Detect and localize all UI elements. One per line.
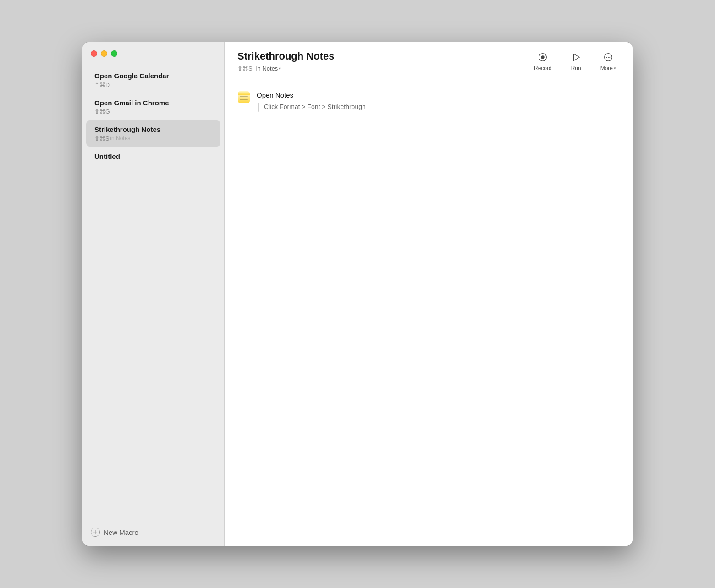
svg-point-1 <box>541 55 544 59</box>
maximize-button[interactable] <box>111 50 117 57</box>
record-icon <box>537 51 549 63</box>
macro-name: Open Google Calendar <box>94 71 212 81</box>
record-label: Record <box>534 65 552 71</box>
traffic-lights <box>82 42 224 62</box>
minimize-button[interactable] <box>101 50 107 57</box>
sidebar-item-open-google-calendar[interactable]: Open Google Calendar ⌃⌘D <box>86 67 220 93</box>
main-content: Strikethrough Notes ⇧⌘S in Notes ▾ <box>225 42 632 546</box>
more-button[interactable]: More ▾ <box>597 49 620 73</box>
run-button[interactable]: Run <box>566 49 586 73</box>
macro-shortcut: ⇧⌘G <box>94 108 212 115</box>
steps-area: Open Notes Click Format > Font > Striket… <box>225 80 632 546</box>
svg-point-6 <box>609 57 610 58</box>
macro-name: Untitled <box>94 152 212 161</box>
sidebar-bottom: + New Macro <box>82 518 224 546</box>
more-chevron-icon: ▾ <box>614 66 616 71</box>
app-window: Open Google Calendar ⌃⌘D Open Gmail in C… <box>82 42 632 546</box>
window-chrome: Open Google Calendar ⌃⌘D Open Gmail in C… <box>82 42 632 546</box>
new-macro-button[interactable]: + New Macro <box>91 526 138 539</box>
step-sub: Click Format > Font > Strikethrough <box>257 102 620 112</box>
step-app-icon <box>237 91 250 103</box>
svg-point-5 <box>608 57 609 58</box>
macro-in-app: in Notes <box>110 135 130 142</box>
macro-shortcut: ⇧⌘S in Notes <box>94 135 212 142</box>
chevron-down-icon: ▾ <box>279 66 281 71</box>
sidebar: Open Google Calendar ⌃⌘D Open Gmail in C… <box>82 42 225 546</box>
in-app-dropdown[interactable]: in Notes ▾ <box>254 65 283 72</box>
sidebar-item-untitled[interactable]: Untitled <box>86 147 220 166</box>
in-app-label: in Notes <box>256 65 278 72</box>
new-macro-label: New Macro <box>104 528 138 536</box>
svg-point-4 <box>606 57 607 58</box>
step-description: Click Format > Font > Strikethrough <box>264 102 366 112</box>
sidebar-item-strikethrough-notes[interactable]: Strikethrough Notes ⇧⌘S in Notes <box>86 120 220 147</box>
macro-shortcut-bar: ⇧⌘S in Notes ▾ <box>237 65 334 72</box>
plus-icon: + <box>91 528 100 537</box>
header-actions: Record Run <box>530 49 620 73</box>
run-icon <box>570 51 582 63</box>
notes-app-icon <box>238 91 250 103</box>
svg-marker-2 <box>573 54 579 61</box>
sidebar-item-open-gmail-chrome[interactable]: Open Gmail in Chrome ⇧⌘G <box>86 94 220 120</box>
run-label: Run <box>571 65 581 71</box>
step-row: Open Notes Click Format > Font > Striket… <box>237 90 620 112</box>
step-title: Open Notes <box>257 90 620 100</box>
record-button[interactable]: Record <box>530 49 556 73</box>
step-content: Open Notes Click Format > Font > Striket… <box>257 90 620 112</box>
header-left: Strikethrough Notes ⇧⌘S in Notes ▾ <box>237 50 334 72</box>
more-icon <box>602 51 614 63</box>
macro-title: Strikethrough Notes <box>237 50 334 62</box>
macro-shortcut: ⌃⌘D <box>94 82 212 88</box>
close-button[interactable] <box>91 50 97 57</box>
more-label: More <box>600 65 613 71</box>
main-header: Strikethrough Notes ⇧⌘S in Notes ▾ <box>225 42 632 80</box>
macro-name: Strikethrough Notes <box>94 125 212 134</box>
sidebar-items: Open Google Calendar ⌃⌘D Open Gmail in C… <box>82 62 224 518</box>
step-connector <box>258 103 259 112</box>
shortcut-display: ⇧⌘S <box>237 65 253 72</box>
macro-name: Open Gmail in Chrome <box>94 98 212 108</box>
